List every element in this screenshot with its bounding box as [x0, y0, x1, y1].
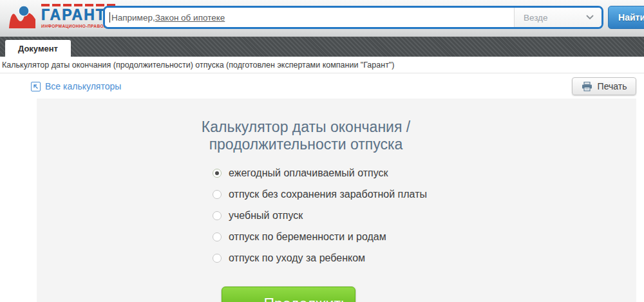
chevron-down-icon: [586, 15, 594, 20]
printer-icon: [582, 82, 592, 91]
vacation-type-option[interactable]: ежегодный оплачиваемый отпуск: [213, 162, 453, 184]
vacation-type-label: отпуск по уходу за ребенком: [229, 252, 365, 264]
search-bar: Например, Закон об ипотеке Везде: [103, 6, 603, 29]
tab-bar: Документ: [0, 37, 644, 57]
text-cursor-icon: [109, 12, 110, 23]
garant-logo-icon: [8, 4, 37, 31]
all-calculators-label: Все калькуляторы: [45, 81, 121, 91]
page: ГАРАНТ ИНФОРМАЦИОННО-ПРАВОВОЕ ОБЕСПЕЧЕНИ…: [0, 0, 644, 302]
radio-unselected-icon[interactable]: [213, 211, 222, 220]
calculator-title: Калькулятор даты окончания / продолжител…: [159, 99, 453, 153]
search-scope-value: Везде: [524, 13, 548, 23]
radio-unselected-icon[interactable]: [213, 254, 222, 263]
calculator-form: Калькулятор даты окончания / продолжител…: [159, 99, 453, 302]
vacation-type-label: ежегодный оплачиваемый отпуск: [229, 167, 388, 179]
search-placeholder: Например,: [111, 13, 155, 23]
vacation-type-options: ежегодный оплачиваемый отпускотпуск без …: [213, 162, 453, 269]
search-input[interactable]: Например, Закон об ипотеке: [105, 8, 514, 27]
continue-button[interactable]: ●●● Продолжить: [222, 287, 355, 302]
calculator-panel: Калькулятор даты окончания / продолжител…: [37, 99, 636, 302]
radio-selected-icon[interactable]: [213, 169, 222, 178]
vacation-type-option[interactable]: отпуск по беременности и родам: [213, 226, 453, 247]
radio-dot: [215, 171, 219, 175]
radio-unselected-icon[interactable]: [213, 190, 222, 199]
arrow-up-left-icon: [31, 82, 41, 91]
vacation-type-label: отпуск без сохранения заработной платы: [229, 189, 427, 200]
search-scope-dropdown[interactable]: Везде: [514, 8, 601, 27]
document-title: Калькулятор даты окончания (продолжитель…: [2, 61, 394, 70]
search-placeholder-link[interactable]: Закон об ипотеке: [155, 13, 225, 23]
tab-document[interactable]: Документ: [5, 40, 71, 57]
continue-label: Продолжить: [263, 296, 348, 302]
print-button[interactable]: Печать: [572, 77, 636, 95]
vacation-type-option[interactable]: отпуск без сохранения заработной платы: [213, 184, 453, 205]
vacation-type-option[interactable]: отпуск по уходу за ребенком: [213, 247, 453, 269]
radio-unselected-icon[interactable]: [213, 232, 222, 241]
print-label: Печать: [598, 81, 627, 91]
header: ГАРАНТ ИНФОРМАЦИОННО-ПРАВОВОЕ ОБЕСПЕЧЕНИ…: [0, 0, 644, 37]
ellipsis-icon: ●●●: [229, 299, 252, 302]
vacation-type-label: учебный отпуск: [229, 210, 303, 222]
search-submit-button[interactable]: Найти: [608, 6, 644, 29]
all-calculators-link[interactable]: Все калькуляторы: [31, 81, 121, 91]
document-title-bar: Калькулятор даты окончания (продолжитель…: [0, 57, 644, 73]
vacation-type-label: отпуск по беременности и родам: [229, 231, 386, 243]
vacation-type-option[interactable]: учебный отпуск: [213, 205, 453, 226]
